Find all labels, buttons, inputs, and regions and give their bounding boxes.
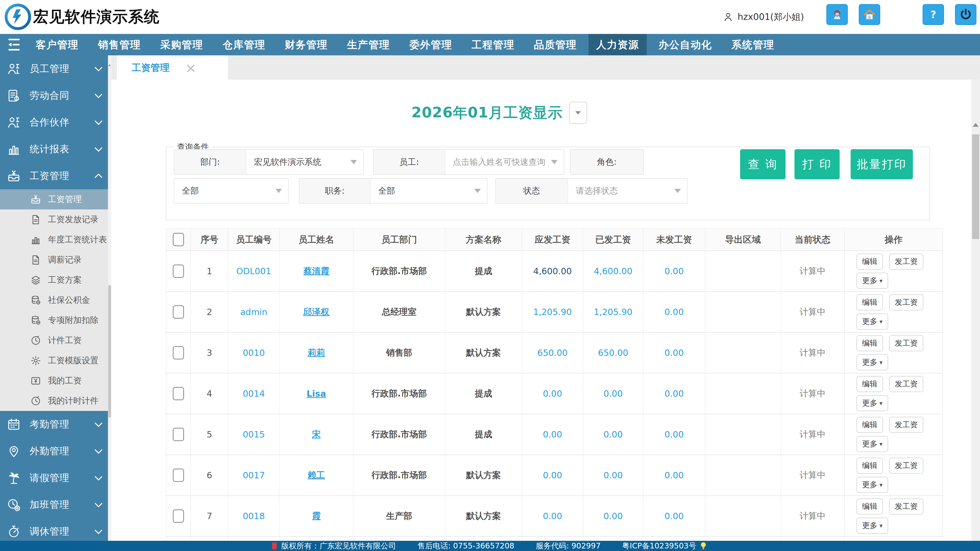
search-button[interactable]: 查 询 [740, 149, 786, 179]
scroll-up-icon[interactable] [108, 64, 111, 66]
sidebar-subitem-annual-salary-stats[interactable]: 年度工资统计表 [0, 230, 111, 250]
scroll-up-icon[interactable] [973, 123, 979, 127]
edit-button[interactable]: 编辑 [856, 457, 883, 474]
edit-button[interactable]: 编辑 [856, 499, 883, 514]
employee-code-link[interactable]: 0010 [243, 348, 265, 358]
sidebar-item-partners[interactable]: 合作伙伴 [0, 109, 111, 136]
nav-item-customer[interactable]: 客户管理 [28, 34, 86, 56]
department-all-select[interactable]: 全部 [174, 179, 288, 203]
sidebar-item-overtime-mgmt[interactable]: 加班管理 [0, 491, 111, 518]
row-checkbox[interactable] [173, 387, 184, 400]
sidebar-item-timeoff-mgmt[interactable]: 调休管理 [0, 518, 111, 541]
pay-salary-button[interactable]: 发工资 [889, 457, 923, 474]
sidebar-item-labor-contract[interactable]: 劳动合同 [0, 82, 111, 109]
unpaid-salary-link[interactable]: 0.00 [665, 348, 684, 358]
sidebar-item-salary-mgmt[interactable]: 工资管理 [0, 162, 111, 189]
pay-salary-button[interactable]: 发工资 [889, 335, 923, 351]
month-dropdown-button[interactable] [569, 102, 587, 124]
sidebar-scrollbar[interactable] [108, 56, 111, 541]
row-checkbox[interactable] [173, 468, 184, 482]
department-select[interactable]: 宏见软件演示系统 [246, 150, 363, 174]
sidebar-item-leave-mgmt[interactable]: 请假管理 [0, 465, 111, 491]
employee-name-link[interactable]: 赖工 [308, 469, 325, 481]
pay-salary-button[interactable]: 发工资 [889, 294, 923, 310]
sidebar-item-attendance-mgmt[interactable]: 考勤管理 [0, 411, 111, 438]
paid-salary-link[interactable]: 0.00 [604, 511, 623, 521]
nav-item-sales[interactable]: 销售管理 [90, 34, 148, 56]
more-button[interactable]: 更多▾ [856, 273, 888, 289]
content-scroll-thumb[interactable] [972, 135, 979, 239]
gross-salary-link[interactable]: 0.00 [543, 389, 562, 399]
more-button[interactable]: 更多▾ [856, 395, 888, 411]
paid-salary-link[interactable]: 1,205.90 [594, 307, 632, 317]
sidebar-subitem-social-insurance[interactable]: 社保公积金 [0, 290, 111, 310]
employee-code-link[interactable]: 0014 [243, 389, 265, 399]
row-checkbox[interactable] [173, 265, 184, 278]
pay-salary-button[interactable]: 发工资 [889, 499, 923, 514]
employee-select[interactable]: 点击输入姓名可快速查询 [445, 150, 564, 174]
more-button[interactable]: 更多▾ [856, 354, 888, 370]
sidebar-item-fieldwork-mgmt[interactable]: 外勤管理 [0, 438, 111, 465]
sidebar-subitem-special-deduction[interactable]: 专项附加扣除 [0, 310, 111, 330]
sidebar-subitem-piecework-salary[interactable]: 计件工资 [0, 330, 111, 351]
avatar-button[interactable] [826, 4, 848, 25]
pay-salary-button[interactable]: 发工资 [889, 417, 923, 433]
row-checkbox[interactable] [173, 305, 184, 319]
unpaid-salary-link[interactable]: 0.00 [665, 511, 684, 521]
help-button[interactable]: ? [923, 4, 944, 25]
paid-salary-link[interactable]: 0.00 [604, 429, 623, 440]
employee-name-link[interactable]: 宋 [312, 429, 321, 440]
more-button[interactable]: 更多▾ [856, 313, 888, 330]
employee-code-link[interactable]: 0018 [243, 511, 265, 521]
sidebar-subitem-salary-template[interactable]: 工资模版设置 [0, 351, 111, 371]
gross-salary-link[interactable]: 4,600.00 [533, 266, 572, 276]
nav-item-outsourcing[interactable]: 委外管理 [402, 34, 460, 56]
pay-salary-button[interactable]: 发工资 [889, 376, 923, 392]
sidebar-subitem-my-timesheet[interactable]: 我的计时计件 [0, 391, 111, 411]
sidebar-subitem-my-salary[interactable]: 我的工资 [0, 371, 111, 391]
unpaid-salary-link[interactable]: 0.00 [665, 389, 684, 399]
more-button[interactable]: 更多▾ [856, 436, 888, 452]
employee-name-link[interactable]: 霞 [312, 510, 321, 522]
home-button[interactable] [859, 4, 880, 25]
employee-code-link[interactable]: ODL001 [236, 266, 271, 276]
content-scrollbar[interactable] [971, 79, 980, 541]
paid-salary-link[interactable]: 650.00 [598, 348, 628, 358]
gross-salary-link[interactable]: 0.00 [543, 511, 562, 521]
row-checkbox[interactable] [173, 346, 184, 359]
nav-item-system[interactable]: 系统管理 [724, 34, 782, 56]
more-button[interactable]: 更多▾ [856, 518, 888, 534]
employee-name-link[interactable]: Lisa [307, 389, 326, 399]
employee-name-link[interactable]: 蔡清霞 [304, 265, 329, 277]
close-icon[interactable]: × [185, 61, 197, 75]
sidebar-item-employee-mgmt[interactable]: 员工管理 [0, 56, 111, 82]
icp-number[interactable]: 粤ICP备10239503号 [622, 541, 697, 551]
gross-salary-link[interactable]: 650.00 [538, 348, 568, 358]
nav-item-oa[interactable]: 办公自动化 [651, 34, 720, 56]
nav-item-production[interactable]: 生产管理 [339, 34, 398, 56]
nav-item-hr[interactable]: 人力资源 [589, 34, 647, 56]
paid-salary-link[interactable]: 0.00 [604, 470, 623, 480]
paid-salary-link[interactable]: 0.00 [604, 389, 623, 399]
nav-item-quality[interactable]: 品质管理 [526, 34, 584, 56]
sidebar-subitem-salary-plan[interactable]: 工资方案 [0, 270, 111, 290]
employee-code-link[interactable]: 0015 [243, 429, 265, 440]
tab-salary-management[interactable]: 工资管理 × [117, 56, 228, 80]
power-button[interactable] [955, 4, 977, 25]
row-checkbox[interactable] [173, 428, 184, 441]
edit-button[interactable]: 编辑 [856, 294, 883, 310]
unpaid-salary-link[interactable]: 0.00 [665, 470, 684, 480]
menu-toggle-icon[interactable] [0, 39, 28, 51]
print-button[interactable]: 打 印 [794, 149, 840, 179]
status-select[interactable]: 请选择状态 [568, 179, 687, 203]
nav-item-finance[interactable]: 财务管理 [277, 34, 335, 56]
edit-button[interactable]: 编辑 [856, 254, 883, 270]
position-select[interactable]: 全部 [371, 179, 487, 203]
sidebar-item-statistics-report[interactable]: 统计报表 [0, 136, 111, 162]
employee-name-link[interactable]: 邱泽权 [304, 306, 329, 318]
sidebar-subitem-salary-adjust-record[interactable]: 调薪记录 [0, 250, 111, 270]
nav-item-purchase[interactable]: 采购管理 [153, 34, 211, 56]
employee-code-link[interactable]: 0017 [243, 470, 265, 480]
unpaid-salary-link[interactable]: 0.00 [665, 266, 684, 276]
nav-item-engineering[interactable]: 工程管理 [464, 34, 522, 56]
